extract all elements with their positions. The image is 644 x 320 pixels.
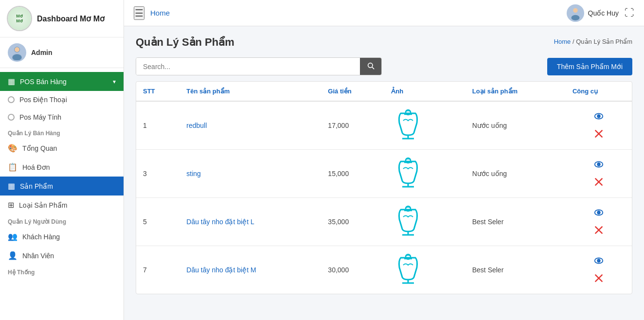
cell-cong-cu [566,198,632,246]
sidebar-item-san-pham[interactable]: ▦ Sản Phẩm [0,177,124,196]
close-icon [594,225,604,235]
chevron-down-icon: ▾ [113,78,116,85]
cell-ten-san-pham: Dâu tây nho đặt biệt L [179,198,321,246]
cell-loai-san-pham: Nước uống [465,150,566,198]
close-icon [594,129,604,139]
user-section: Admin [0,37,124,68]
breadcrumb-home-link[interactable]: Home [554,38,571,45]
fullscreen-button[interactable]: ⛶ [625,7,634,18]
eye-icon [593,159,604,170]
action-column [572,157,625,190]
cell-stt: 3 [136,150,179,198]
user-top: Quốc Huy [567,4,619,22]
search-button[interactable] [360,58,381,75]
topbar-left: ☰ Home [134,6,170,20]
topbar-user-name: Quốc Huy [588,9,619,17]
add-product-button[interactable]: Thêm Sản Phẩm Mới [547,58,632,75]
product-name-link[interactable]: Dâu tây nho đặt biệt L [186,218,254,226]
sidebar-item-khach-hang[interactable]: 👥 Khách Hàng [0,227,124,246]
customers-icon: 👥 [8,232,18,241]
cell-ten-san-pham: Dâu tây nho đặt biệt M [179,246,321,294]
sidebar-item-tong-quan[interactable]: 🎨 Tổng Quan [0,139,124,158]
col-ten-san-pham: Tên sản phẩm [179,82,321,101]
sidebar-item-label: Tổng Quan [22,144,57,152]
section-he-thong: Hệ Thống [0,265,124,278]
search-icon [367,62,375,70]
product-image [391,108,425,142]
hamburger-button[interactable]: ☰ [134,6,144,20]
view-button[interactable] [593,159,604,171]
action-column [572,109,625,142]
view-button[interactable] [593,255,604,267]
user-top-avatar [567,4,584,22]
cell-gia-tien: 35,000 [321,198,384,246]
toolbar: Thêm Sản Phẩm Mới [136,57,632,75]
sidebar-item-label: Pos Máy Tính [19,113,61,121]
dashboard-icon: 🎨 [8,143,18,153]
cell-anh [384,198,465,246]
sidebar-title: Dashboard Mơ Mơ [37,14,105,23]
svg-point-37 [598,260,600,262]
sidebar-item-nhan-vien[interactable]: 👤 Nhân Viên [0,246,124,265]
sidebar-item-label: Pos Điện Thoại [19,96,67,104]
sidebar-header: MơMơ Dashboard Mơ Mơ [0,0,124,37]
delete-button[interactable] [594,225,604,236]
staff-icon: 👤 [8,251,18,260]
cell-ten-san-pham: redbull [179,101,321,150]
svg-point-3 [13,54,21,60]
product-name-link[interactable]: Dâu tây nho đặt biệt M [186,266,256,274]
cell-cong-cu [566,246,632,294]
eye-icon [593,207,604,218]
sidebar-item-pos-dien-thoai[interactable]: Pos Điện Thoại [0,91,124,108]
logo-inner: MơMơ [8,7,31,30]
col-stt: STT [136,82,179,101]
breadcrumb-current: Quản Lý Sản Phẩm [576,38,632,45]
logo: MơMơ [7,6,32,31]
col-cong-cu: Công cụ [566,82,632,101]
sidebar-item-pos-ban-hang[interactable]: ▦ POS Bán Hàng ▾ [0,72,124,91]
col-gia-tien: Giá tiền [321,82,384,101]
sidebar-item-pos-may-tinh[interactable]: Pos Máy Tính [0,108,124,126]
product-name-link[interactable]: redbull [186,122,207,129]
sidebar-item-loai-san-pham[interactable]: ⊞ Loại Sản Phẩm [0,196,124,214]
grid-icon: ▦ [8,77,15,86]
page-header: Quản Lý Sản Phẩm Home / Quản Lý Sản Phẩm [136,36,632,49]
svg-point-2 [15,47,19,52]
home-link[interactable]: Home [150,9,170,17]
cell-stt: 1 [136,101,179,150]
delete-button[interactable] [594,177,604,188]
sidebar-item-label: Hoá Đơn [22,163,50,171]
invoice-icon: 📋 [8,162,18,172]
view-button[interactable] [593,207,604,219]
section-quan-ly-ban-hang: Quản Lý Bán Hàng [0,126,124,139]
cell-anh [384,150,465,198]
page-title: Quản Lý Sản Phẩm [136,36,234,49]
product-name-link[interactable]: sting [186,170,201,178]
category-icon: ⊞ [8,200,14,210]
topbar: ☰ Home Quốc Huy ⛶ [124,0,644,26]
product-icon: ▦ [8,181,15,191]
cell-anh [384,246,465,294]
table-row: 3 sting 15,000 Nước uống [136,150,632,198]
topbar-right: Quốc Huy ⛶ [567,4,634,22]
delete-button[interactable] [594,273,604,284]
svg-point-4 [573,8,577,12]
eye-icon [593,255,604,266]
sidebar-item-label: Khách Hàng [22,233,60,241]
product-image [391,253,425,287]
product-image [391,157,425,191]
col-anh: Ảnh [384,82,465,101]
search-input[interactable] [136,58,360,75]
search-wrap [136,57,382,75]
radio-icon [8,96,15,103]
cell-gia-tien: 17,000 [321,101,384,150]
close-icon [594,177,604,187]
svg-point-13 [598,116,600,117]
action-column [572,253,625,286]
section-quan-ly-nguoi-dung: Quản Lý Người Dùng [0,214,124,227]
view-button[interactable] [593,111,604,123]
sidebar-item-label: Nhân Viên [22,252,54,260]
svg-point-29 [598,212,600,213]
sidebar-item-hoa-don[interactable]: 📋 Hoá Đơn [0,158,124,177]
delete-button[interactable] [594,129,604,140]
